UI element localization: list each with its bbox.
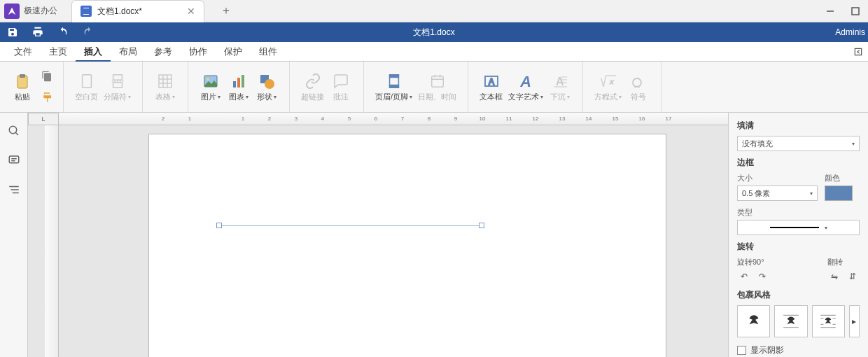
wrap-style-2[interactable] (774, 305, 807, 337)
rotate-left-icon[interactable]: ↶ (737, 270, 751, 284)
hyperlink-button[interactable]: 超链接 (298, 66, 327, 108)
format-painter-button[interactable] (39, 90, 55, 105)
document-page[interactable] (148, 134, 666, 357)
textbox-button[interactable]: A 文本框 (477, 66, 505, 108)
shape-line[interactable] (219, 225, 482, 226)
shadow-checkbox[interactable] (737, 346, 746, 355)
ruler-corner: L (28, 113, 59, 125)
image-button[interactable]: 图片▾ (197, 66, 225, 108)
border-type-select[interactable]: ▾ (737, 220, 860, 235)
svg-text:A: A (556, 76, 564, 88)
flip-vertical-icon[interactable]: ⇵ (846, 270, 860, 284)
menu-insert[interactable]: 插入 (76, 42, 111, 62)
rotate90-label: 旋转90° (737, 257, 769, 267)
rotate-title: 旋转 (737, 241, 860, 253)
equation-button[interactable]: x 方程式▾ (592, 66, 624, 108)
resize-handle-right[interactable] (479, 223, 484, 228)
page-break-button[interactable]: 分隔符▾ (101, 66, 134, 108)
svg-rect-4 (82, 74, 91, 87)
wrap-style-1[interactable] (737, 305, 770, 337)
redo-button[interactable] (76, 22, 101, 42)
doc-icon (80, 6, 92, 17)
menu-collaborate[interactable]: 协作 (181, 42, 216, 62)
svg-point-36 (9, 126, 17, 134)
svg-rect-38 (9, 156, 19, 163)
app-logo (4, 4, 20, 19)
menu-protect[interactable]: 保护 (216, 42, 251, 62)
wrap-title: 包裹风格 (737, 289, 860, 301)
svg-rect-8 (159, 75, 172, 88)
document-title: 文档1.docx (0, 27, 868, 38)
svg-point-19 (265, 79, 274, 89)
print-button[interactable] (25, 22, 50, 42)
menu-bar: 文件 主页 插入 布局 参考 协作 保护 组件 (0, 42, 868, 62)
svg-text:A: A (489, 77, 494, 87)
border-title: 边框 (737, 157, 860, 169)
search-icon[interactable] (4, 121, 24, 141)
flip-label: 翻转 (827, 257, 860, 267)
wrap-more-icon[interactable]: ▸ (849, 305, 860, 337)
menu-file[interactable]: 文件 (6, 42, 41, 62)
svg-rect-17 (241, 75, 244, 88)
header-footer-button[interactable]: 页眉/页脚▾ (372, 66, 415, 108)
chart-button[interactable]: 图表▾ (225, 66, 253, 108)
svg-rect-1 (852, 8, 859, 15)
save-button[interactable] (0, 22, 25, 42)
svg-rect-21 (389, 74, 398, 77)
document-area[interactable]: L 211234567891011121314151617 (28, 113, 728, 357)
flip-horizontal-icon[interactable]: ⇋ (827, 270, 841, 284)
tab-title: 文档1.docx* (97, 6, 187, 18)
dropcap-button[interactable]: A 下沉▾ (546, 66, 574, 108)
undo-button[interactable] (50, 22, 76, 42)
document-tab[interactable]: 文档1.docx* ✕ (71, 0, 204, 22)
size-label: 大小 (737, 173, 818, 183)
close-tab-icon[interactable]: ✕ (187, 6, 195, 17)
resize-handle-left[interactable] (216, 223, 222, 228)
shape-button[interactable]: 形状▾ (253, 66, 281, 108)
rotate-right-icon[interactable]: ↷ (755, 270, 769, 284)
shadow-label: 显示阴影 (750, 344, 784, 356)
svg-rect-23 (431, 76, 443, 87)
format-panel: 填满 没有填充▾ 边框 大小 0.5 像素▾ 颜色 类型 ▾ 旋转 旋转90° (728, 113, 868, 357)
comment-button[interactable]: 批注 (327, 66, 355, 108)
fill-select[interactable]: 没有填充▾ (737, 136, 860, 151)
svg-line-37 (15, 132, 18, 135)
wordart-button[interactable]: A 文字艺术▾ (505, 66, 546, 108)
copy-button[interactable] (39, 69, 55, 84)
svg-text:x: x (609, 78, 614, 85)
app-name: 极速办公 (24, 5, 57, 17)
table-button[interactable]: 表格▾ (151, 66, 179, 108)
svg-rect-3 (20, 74, 25, 78)
menu-home[interactable]: 主页 (41, 42, 76, 62)
maximize-button[interactable] (843, 0, 868, 22)
menu-plugins[interactable]: 组件 (251, 42, 286, 62)
new-tab-button[interactable]: ＋ (217, 2, 235, 20)
svg-rect-22 (389, 85, 398, 88)
color-label: 颜色 (825, 173, 860, 183)
border-size-select[interactable]: 0.5 像素▾ (737, 186, 818, 201)
vertical-ruler[interactable] (45, 125, 59, 357)
blank-page-button[interactable]: 空白页 (72, 66, 101, 108)
collapse-ribbon-icon[interactable] (848, 42, 868, 62)
svg-point-14 (206, 78, 209, 80)
comments-icon[interactable] (4, 150, 24, 170)
symbol-button[interactable]: 符号 (624, 66, 652, 108)
type-label: 类型 (737, 207, 860, 218)
ribbon: 粘贴 空白页 分隔符▾ 表格▾ 图片▾ 图表▾ (0, 62, 868, 113)
horizontal-ruler[interactable]: 211234567891011121314151617 (59, 113, 728, 125)
wrap-style-3[interactable] (812, 305, 845, 337)
menu-layout[interactable]: 布局 (111, 42, 146, 62)
menu-references[interactable]: 参考 (146, 42, 181, 62)
svg-rect-15 (233, 81, 236, 88)
minimize-button[interactable] (818, 0, 843, 22)
headings-icon[interactable] (4, 180, 24, 200)
user-label: Adminis (835, 27, 868, 37)
svg-text:A: A (519, 72, 531, 90)
left-toolbar (0, 113, 28, 357)
svg-rect-6 (113, 82, 122, 87)
datetime-button[interactable]: 日期、时间 (415, 66, 459, 108)
svg-rect-5 (113, 74, 122, 79)
paste-button[interactable]: 粘贴 (8, 66, 36, 108)
svg-rect-16 (237, 78, 240, 88)
border-color-swatch[interactable] (825, 186, 853, 201)
